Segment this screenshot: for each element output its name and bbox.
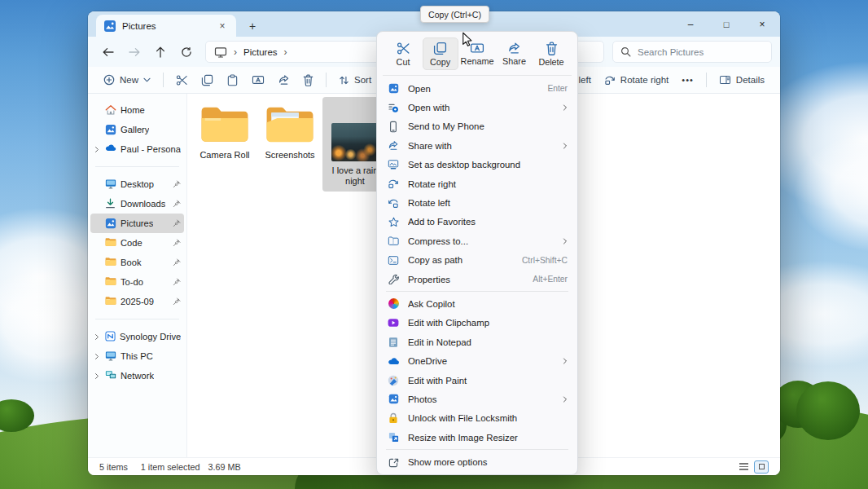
menu-item-open-with[interactable]: Open with	[380, 98, 574, 117]
new-tab-button[interactable]: +	[249, 20, 256, 32]
image-thumbnail	[331, 123, 379, 161]
menu-item-photos[interactable]: Photos	[380, 390, 574, 408]
star-icon	[387, 215, 400, 228]
sidebar-item-downloads[interactable]: Downloads	[90, 194, 184, 214]
sidebar-item-desktop[interactable]: Desktop	[90, 174, 184, 194]
sidebar-item-gallery[interactable]: Gallery	[90, 120, 184, 139]
menu-item-onedrive[interactable]: OneDrive	[380, 351, 574, 370]
menu-item-ask-copilot[interactable]: Ask Copilot	[380, 294, 574, 313]
maximize-button[interactable]: □	[708, 11, 744, 37]
phone-icon	[387, 120, 400, 133]
copy-command[interactable]: Copy	[423, 37, 458, 70]
menu-item-copy-as-path[interactable]: Copy as path Ctrl+Shift+C	[380, 251, 574, 270]
pin-icon	[173, 219, 181, 227]
back-button[interactable]	[96, 41, 121, 64]
details-button[interactable]: Details	[713, 69, 770, 90]
paste-icon	[226, 74, 239, 86]
breadcrumb-location[interactable]: Pictures	[243, 47, 278, 57]
sidebar-item-synology-drive[interactable]: Synology Drive - th	[90, 327, 184, 346]
large-icons-view-button[interactable]	[754, 460, 769, 474]
sidebar-item-todo[interactable]: To-do	[90, 272, 184, 292]
selection-count: 1 item selected	[141, 462, 200, 472]
delete-command[interactable]: Delete	[533, 37, 569, 70]
menu-item-resize-with-image-resizer[interactable]: Resize with Image Resizer	[380, 428, 574, 447]
divider	[163, 73, 164, 87]
menu-item-edit-in-notepad[interactable]: Edit in Notepad	[380, 333, 574, 351]
pin-icon	[173, 297, 181, 306]
up-button[interactable]	[148, 41, 173, 64]
menu-item-show-more-options[interactable]: Show more options	[380, 452, 574, 471]
chevron-right-icon	[563, 104, 568, 112]
copy-icon	[433, 42, 447, 55]
sidebar-item-pictures[interactable]: Pictures	[90, 214, 184, 233]
menu-item-open[interactable]: Open Enter	[380, 79, 574, 98]
navigation-pane: Home Gallery Paul - Personal Desktop	[88, 94, 187, 457]
see-more-button[interactable]: •••	[676, 69, 699, 90]
chevron-right-icon	[563, 357, 568, 365]
share-button[interactable]	[272, 69, 296, 90]
divider	[706, 73, 707, 87]
chevron-right-icon[interactable]	[92, 146, 101, 153]
folder-screenshots[interactable]: Screenshots	[257, 97, 322, 165]
rotate-right-icon	[604, 75, 616, 86]
zip-folder-icon	[387, 235, 400, 248]
tab-close-icon[interactable]: ×	[216, 20, 229, 32]
copy-button[interactable]	[195, 69, 219, 90]
share-command[interactable]: Share	[497, 37, 533, 70]
photos-app-icon	[387, 393, 400, 406]
details-pane-icon	[719, 75, 731, 85]
this-pc-icon	[214, 46, 227, 58]
notepad-icon	[387, 336, 400, 349]
delete-button[interactable]	[297, 69, 319, 90]
minimize-button[interactable]: –	[673, 11, 708, 37]
sidebar-item-onedrive-personal[interactable]: Paul - Personal	[90, 139, 184, 159]
chevron-right-icon[interactable]	[92, 372, 101, 380]
menu-item-unlock-with-file-locksmith[interactable]: Unlock with File Locksmith	[380, 409, 574, 428]
menu-item-rotate-right[interactable]: Rotate right	[380, 174, 574, 193]
menu-item-send-to-my-phone[interactable]: Send to My Phone	[380, 117, 574, 136]
search-box[interactable]	[612, 41, 772, 63]
refresh-button[interactable]	[174, 41, 199, 64]
sidebar-item-this-pc[interactable]: This PC	[90, 346, 184, 366]
cut-command[interactable]: Cut	[385, 37, 421, 70]
details-view-button[interactable]	[739, 463, 748, 470]
sidebar-item-code[interactable]: Code	[90, 233, 184, 253]
menu-item-properties[interactable]: Properties Alt+Enter	[380, 270, 574, 289]
menu-item-compress-to[interactable]: Compress to...	[380, 231, 574, 250]
rotate-right-button[interactable]: Rotate right	[598, 69, 674, 90]
share-icon	[387, 139, 400, 152]
photos-app-icon	[387, 82, 400, 95]
trash-icon	[303, 74, 313, 86]
chevron-right-icon[interactable]	[92, 353, 101, 360]
forward-button[interactable]	[122, 41, 147, 64]
desktop-icon	[105, 178, 116, 190]
close-button[interactable]: ×	[744, 11, 780, 37]
menu-item-rotate-left[interactable]: Rotate left	[380, 193, 574, 212]
chevron-right-icon	[563, 395, 568, 403]
paste-button[interactable]	[221, 69, 244, 90]
new-button[interactable]: New	[98, 69, 156, 90]
home-icon	[105, 104, 116, 116]
share-icon	[278, 74, 290, 86]
menu-item-edit-with-clipchamp[interactable]: Edit with Clipchamp	[380, 314, 574, 333]
pictures-tab-icon	[103, 20, 116, 33]
cut-button[interactable]	[170, 69, 194, 90]
menu-item-add-to-favorites[interactable]: Add to Favorites	[380, 213, 574, 231]
rename-button[interactable]	[246, 69, 270, 90]
image-resizer-icon	[387, 431, 400, 444]
menu-item-share-with[interactable]: Share with	[380, 136, 574, 155]
sidebar-item-2025-09[interactable]: 2025-09	[90, 292, 184, 311]
chevron-right-icon[interactable]	[92, 333, 101, 341]
sidebar-item-book[interactable]: Book	[90, 253, 184, 272]
folder-camera-roll[interactable]: Camera Roll	[192, 97, 257, 165]
sidebar-item-network[interactable]: Network	[90, 366, 184, 385]
trash-icon	[546, 42, 558, 55]
search-input[interactable]	[638, 47, 743, 57]
menu-item-set-as-desktop-background[interactable]: Set as desktop background	[380, 156, 574, 174]
open-with-icon	[387, 101, 400, 114]
menu-item-edit-with-paint[interactable]: Edit with Paint	[380, 371, 574, 390]
sidebar-item-home[interactable]: Home	[90, 100, 184, 120]
tab-pictures[interactable]: Pictures ×	[96, 15, 236, 37]
scissors-icon	[176, 74, 188, 86]
breadcrumb-chevron-icon: ›	[284, 46, 287, 58]
